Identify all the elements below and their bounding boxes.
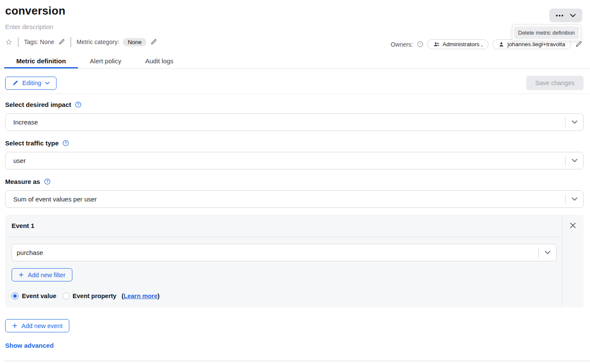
divider <box>3 361 590 361</box>
measure-as-value: Sum of event values per user <box>6 195 565 203</box>
desired-impact-value: Increase <box>6 118 565 126</box>
owners-help-icon[interactable]: ? <box>417 41 423 47</box>
event-card-title: Event 1 <box>5 215 562 237</box>
divider <box>18 37 18 47</box>
chevron-down-icon <box>566 120 583 124</box>
measure-by-radio-group: Event value Event property (Learn more) <box>12 293 557 299</box>
learn-more-wrap: (Learn more) <box>122 293 160 299</box>
close-event-button[interactable] <box>569 222 577 229</box>
radio-event-value-label[interactable]: Event value <box>22 293 57 299</box>
svg-text:?: ? <box>419 42 421 46</box>
more-actions-button[interactable] <box>549 9 582 22</box>
actions-dropdown-menu: Delete metric definition <box>512 24 581 41</box>
chevron-down-icon <box>566 197 583 201</box>
chevron-down-icon <box>566 159 583 163</box>
users-icon <box>433 41 440 47</box>
metric-category-meta: Metric category: None <box>77 38 157 46</box>
description-input[interactable]: Enter description <box>5 23 584 30</box>
edit-owners-button[interactable] <box>575 41 582 48</box>
learn-more-link[interactable]: Learn more <box>124 293 158 299</box>
chevron-down-icon <box>570 14 576 18</box>
tab-metric-definition[interactable]: Metric definition <box>4 57 78 68</box>
editing-mode-button[interactable]: Editing <box>5 77 57 90</box>
owner-group-name: Administrators , <box>443 41 483 47</box>
divider <box>562 215 562 308</box>
traffic-type-label-row: Select traffic type ? <box>5 139 584 147</box>
tags-meta: Tags: None <box>24 38 65 45</box>
pencil-icon <box>575 41 582 48</box>
editing-label: Editing <box>22 80 41 86</box>
metric-category-badge[interactable]: None <box>123 38 146 46</box>
metric-category-label: Metric category: <box>77 38 119 45</box>
measure-as-label-row: Measure as ? <box>5 178 584 185</box>
divider <box>0 94 590 94</box>
tab-alert-policy[interactable]: Alert policy <box>78 57 133 68</box>
divider <box>71 37 71 47</box>
tab-audit-logs[interactable]: Audit logs <box>133 57 185 68</box>
tabs-bar: Metric definition Alert policy Audit log… <box>0 57 590 69</box>
tags-label: Tags: None <box>24 38 54 45</box>
save-changes-button[interactable]: Save changes <box>526 76 584 90</box>
metric-definition-page: conversion Enter description Tags: None … <box>0 4 590 364</box>
svg-text:?: ? <box>65 141 67 145</box>
owner-user-name: johannes.liegl+travolta <box>507 41 565 47</box>
desired-impact-help-icon[interactable]: ? <box>75 101 81 108</box>
favorite-star-icon[interactable] <box>5 38 12 46</box>
plus-icon <box>12 323 18 328</box>
radio-event-property[interactable] <box>63 293 69 299</box>
desired-impact-label: Select desired impact <box>5 101 71 108</box>
learn-more-close-paren: ) <box>158 293 160 299</box>
event-card-body: purchase Add new filter Event value Even… <box>5 237 562 299</box>
chevron-down-icon <box>539 251 556 255</box>
measure-as-label: Measure as <box>5 178 40 185</box>
measure-as-select[interactable]: Sum of event values per user <box>5 190 584 208</box>
toolbar: Editing Save changes <box>0 76 590 90</box>
metric-definition-form: Select desired impact ? Increase Select … <box>0 101 590 349</box>
plus-icon <box>18 272 24 278</box>
event-name-value: purchase <box>12 249 538 256</box>
measure-as-help-icon[interactable]: ? <box>44 178 51 185</box>
svg-text:?: ? <box>46 179 48 183</box>
event-card: Event 1 purchase Add new filter Event va… <box>5 215 584 308</box>
traffic-type-select[interactable]: user <box>5 152 584 169</box>
chevron-down-icon <box>45 82 50 85</box>
edit-tags-button[interactable] <box>58 38 65 45</box>
desired-impact-select[interactable]: Increase <box>5 113 584 131</box>
user-icon <box>498 41 504 47</box>
desired-impact-label-row: Select desired impact ? <box>5 101 584 108</box>
add-new-event-button[interactable]: Add new event <box>5 319 69 332</box>
event-name-select[interactable]: purchase <box>12 244 557 261</box>
traffic-type-label: Select traffic type <box>5 139 59 147</box>
edit-category-button[interactable] <box>150 38 157 45</box>
owner-pill-administrators[interactable]: Administrators , <box>427 39 489 49</box>
show-advanced-link[interactable]: Show advanced <box>5 342 54 349</box>
svg-text:?: ? <box>77 102 79 107</box>
pencil-icon <box>58 38 65 45</box>
add-new-event-label: Add new event <box>21 323 63 329</box>
add-new-filter-button[interactable]: Add new filter <box>12 268 72 281</box>
menu-item-delete-metric[interactable]: Delete metric definition <box>514 27 579 39</box>
pencil-icon <box>12 80 18 86</box>
traffic-type-help-icon[interactable]: ? <box>63 140 69 146</box>
owners-label: Owners: <box>390 41 413 48</box>
radio-event-property-label[interactable]: Event property <box>73 293 116 299</box>
add-new-filter-label: Add new filter <box>28 272 66 278</box>
page-title: conversion <box>5 4 584 18</box>
traffic-type-value: user <box>6 157 565 164</box>
radio-event-value[interactable] <box>12 293 18 299</box>
ellipsis-icon <box>556 15 563 17</box>
pencil-icon <box>150 38 157 45</box>
close-icon <box>569 222 577 229</box>
